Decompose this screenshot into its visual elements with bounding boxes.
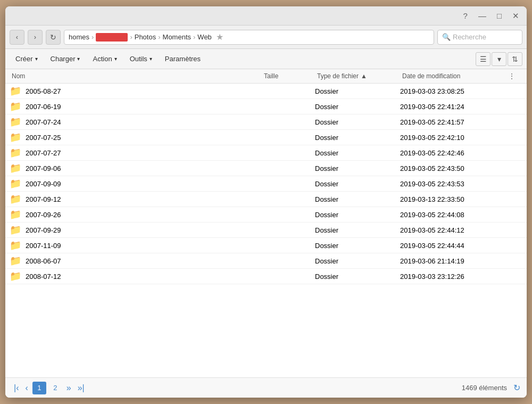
page-1-button[interactable]: 1 (32, 382, 46, 394)
parametres-label: Paramètres (165, 55, 201, 63)
file-type-cell: Dossier (315, 118, 400, 126)
file-modified-cell: 2019-03-05 22:44:44 (400, 242, 506, 250)
file-name-label: 2007-09-26 (26, 211, 61, 219)
outils-caret: ▾ (149, 56, 152, 62)
table-row[interactable]: 📁 2007-09-09 Dossier 2019-03-05 22:43:53 (5, 176, 527, 192)
maximize-button[interactable]: □ (496, 11, 503, 20)
minimize-button[interactable]: — (477, 11, 487, 20)
total-count: 1469 éléments (462, 384, 507, 392)
action-menu-button[interactable]: Action ▾ (87, 52, 122, 65)
folder-icon: 📁 (10, 224, 21, 236)
file-name-cell: 📁 2007-07-24 (10, 116, 262, 128)
view-controls: ☰ ▾ ⇅ (476, 52, 522, 66)
file-modified-cell: 2019-03-03 23:08:25 (400, 87, 506, 95)
search-icon: 🔍 (442, 33, 451, 41)
prev-page-button[interactable]: ‹ (23, 382, 30, 394)
outils-menu-button[interactable]: Outils ▾ (124, 52, 158, 65)
creer-label: Créer (15, 55, 33, 63)
file-name-cell: 📁 2007-09-29 (10, 224, 262, 236)
file-type-cell: Dossier (315, 134, 400, 142)
file-name-cell: 📁 2007-07-27 (10, 147, 262, 159)
file-modified-cell: 2019-03-05 22:44:08 (400, 211, 506, 219)
file-type-cell: Dossier (315, 273, 400, 281)
file-name-label: 2007-07-25 (26, 134, 61, 142)
file-name-cell: 📁 2007-09-26 (10, 209, 262, 220)
content-area: Nom Taille Type de fichier ▲ Date de mod… (5, 69, 527, 377)
file-type-cell: Dossier (315, 149, 400, 157)
path-homes: homes (69, 33, 89, 41)
table-row[interactable]: 📁 2007-07-24 Dossier 2019-03-05 22:41:57 (5, 114, 527, 130)
column-headers: Nom Taille Type de fichier ▲ Date de mod… (5, 69, 527, 84)
file-name-cell: 📁 2008-06-07 (10, 255, 262, 267)
column-header-type[interactable]: Type de fichier ▲ (315, 71, 400, 81)
path-user-redacted (96, 33, 128, 42)
close-button[interactable]: ✕ (511, 11, 520, 21)
table-row[interactable]: 📁 2007-09-12 Dossier 2019-03-13 22:33:50 (5, 192, 527, 207)
page-2-button[interactable]: 2 (48, 382, 62, 394)
file-name-label: 2007-11-09 (26, 242, 61, 250)
list-view-button[interactable]: ☰ (476, 52, 491, 66)
help-button[interactable]: ? (462, 11, 469, 20)
back-button[interactable]: ‹ (10, 30, 24, 45)
file-name-label: 2007-07-24 (26, 118, 61, 126)
file-name-cell: 📁 2005-08-27 (10, 85, 262, 97)
navigation-toolbar: ‹ › ↻ homes › › Photos › Moments › Web ★… (5, 26, 527, 49)
table-row[interactable]: 📁 2005-08-27 Dossier 2019-03-03 23:08:25 (5, 84, 527, 99)
last-page-button[interactable]: »| (76, 382, 87, 394)
creer-menu-button[interactable]: Créer ▾ (10, 52, 44, 65)
pagination-bar: |‹ ‹ 1 2 » »| 1469 éléments ↻ (5, 377, 527, 398)
table-row[interactable]: 📁 2007-09-29 Dossier 2019-03-05 22:44:12 (5, 222, 527, 238)
parametres-menu-button[interactable]: Paramètres (159, 52, 206, 65)
table-row[interactable]: 📁 2008-07-12 Dossier 2019-03-03 23:12:26 (5, 269, 527, 284)
folder-icon: 📁 (10, 209, 21, 220)
forward-button[interactable]: › (28, 30, 43, 45)
file-modified-cell: 2019-03-05 22:41:57 (400, 118, 506, 126)
refresh-button[interactable]: ↻ (46, 30, 61, 45)
table-row[interactable]: 📁 2007-07-25 Dossier 2019-03-05 22:42:10 (5, 130, 527, 145)
file-name-label: 2007-06-19 (26, 103, 61, 111)
folder-icon: 📁 (10, 270, 21, 282)
file-name-label: 2007-09-29 (26, 226, 61, 234)
column-header-name[interactable]: Nom (10, 71, 262, 81)
charger-label: Charger (51, 55, 76, 63)
column-header-options[interactable]: ⋮ (506, 71, 522, 81)
address-bar[interactable]: homes › › Photos › Moments › Web ★ (64, 30, 434, 45)
refresh-list-icon[interactable]: ↻ (513, 383, 520, 393)
table-row[interactable]: 📁 2007-07-27 Dossier 2019-03-05 22:42:46 (5, 145, 527, 161)
search-bar[interactable]: 🔍 Recherche (437, 30, 522, 45)
file-name-cell: 📁 2007-11-09 (10, 240, 262, 251)
sort-button[interactable]: ⇅ (508, 52, 522, 66)
first-page-button[interactable]: |‹ (12, 382, 21, 394)
table-row[interactable]: 📁 2007-06-19 Dossier 2019-03-05 22:41:24 (5, 99, 527, 114)
next-page-button[interactable]: » (64, 382, 73, 394)
menu-bar: Créer ▾ Charger ▾ Action ▾ Outils ▾ Para… (5, 49, 527, 69)
file-type-cell: Dossier (315, 87, 400, 95)
view-dropdown-button[interactable]: ▾ (492, 52, 506, 66)
file-modified-cell: 2019-03-05 22:43:53 (400, 180, 506, 188)
table-row[interactable]: 📁 2007-11-09 Dossier 2019-03-05 22:44:44 (5, 238, 527, 253)
table-row[interactable]: 📁 2007-09-26 Dossier 2019-03-05 22:44:08 (5, 207, 527, 222)
file-type-cell: Dossier (315, 195, 400, 203)
file-modified-cell: 2019-03-05 22:42:46 (400, 149, 506, 157)
path-photos: Photos (135, 33, 156, 41)
column-header-modified: Date de modification (400, 71, 506, 81)
file-name-cell: 📁 2007-09-06 (10, 162, 262, 174)
search-placeholder: Recherche (453, 33, 486, 41)
file-name-label: 2007-09-06 (26, 164, 61, 172)
table-row[interactable]: 📁 2008-06-07 Dossier 2019-03-06 21:14:19 (5, 253, 527, 269)
file-type-cell: Dossier (315, 242, 400, 250)
folder-icon: 📁 (10, 101, 21, 112)
charger-caret: ▾ (77, 56, 80, 62)
column-header-size: Taille (262, 71, 315, 81)
table-row[interactable]: 📁 2007-09-06 Dossier 2019-03-05 22:43:50 (5, 161, 527, 176)
charger-menu-button[interactable]: Charger ▾ (45, 52, 86, 65)
folder-icon: 📁 (10, 147, 21, 159)
file-modified-cell: 2019-03-05 22:41:24 (400, 103, 506, 111)
outils-label: Outils (130, 55, 147, 63)
file-type-cell: Dossier (315, 211, 400, 219)
file-name-cell: 📁 2007-09-12 (10, 193, 262, 205)
bookmark-button[interactable]: ★ (214, 32, 226, 42)
file-name-cell: 📁 2007-09-09 (10, 178, 262, 189)
file-name-label: 2007-09-09 (26, 180, 61, 188)
file-name-label: 2005-08-27 (26, 87, 61, 95)
